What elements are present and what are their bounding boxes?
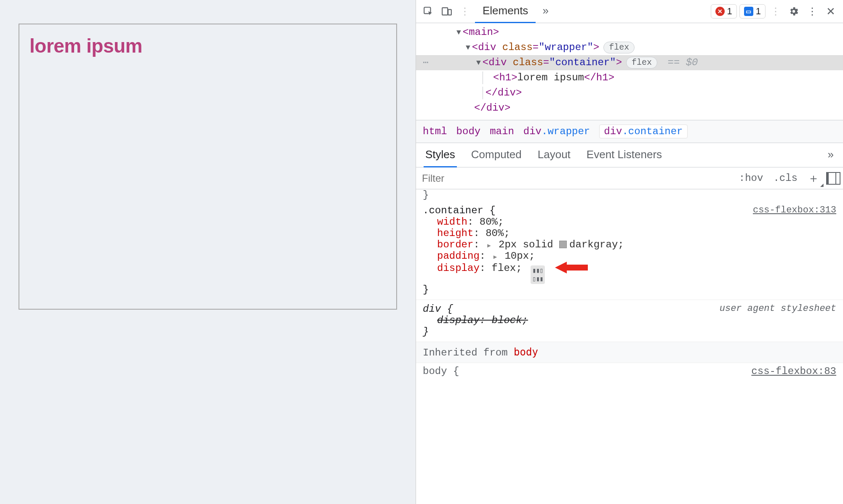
styles-subtabs: Styles Computed Layout Event Listeners » <box>416 143 843 167</box>
flexbox-editor-icon[interactable]: ▮▮▯▯▮▮ <box>531 265 545 284</box>
subtab-layout[interactable]: Layout <box>536 143 572 167</box>
dom-node-container-close[interactable]: </div> <box>416 85 843 101</box>
info-badge[interactable]: ▭ 1 <box>739 4 766 19</box>
toolbar-separator: ⋮ <box>457 5 472 17</box>
dom-node-wrapper-close[interactable]: </div> <box>416 101 843 116</box>
annotation-arrow <box>555 262 588 273</box>
dom-node-wrapper[interactable]: ▼<div class="wrapper">flex <box>416 40 843 55</box>
svg-rect-2 <box>448 10 451 15</box>
expand-shorthand-icon[interactable]: ▶ <box>486 242 492 249</box>
filter-input[interactable] <box>422 172 732 184</box>
color-swatch[interactable] <box>559 241 567 248</box>
svg-rect-1 <box>442 8 448 15</box>
subtab-computed[interactable]: Computed <box>470 143 523 167</box>
disclosure-triangle-icon[interactable]: ▼ <box>466 42 472 53</box>
crumb-html[interactable]: html <box>423 126 447 137</box>
rule-div-ua[interactable]: user agent stylesheet div { display: blo… <box>416 300 843 342</box>
devtools-toolbar: ⋮ Elements » ✕ 1 ▭ 1 ⋮ ⋮ ✕ <box>416 0 843 23</box>
flex-badge[interactable]: flex <box>603 42 635 53</box>
prop-height[interactable]: height: 80%; <box>423 228 836 239</box>
tabs-overflow[interactable]: » <box>538 0 552 23</box>
disclosure-triangle-icon[interactable]: ▼ <box>476 57 483 69</box>
crumb-body[interactable]: body <box>456 126 481 137</box>
gear-icon[interactable] <box>786 3 802 19</box>
styles-pane[interactable]: } css-flexbox:313 .container { width: 80… <box>416 189 843 504</box>
prop-border[interactable]: border: ▶ 2px solid darkgray; <box>423 239 836 250</box>
info-icon: ▭ <box>744 7 753 16</box>
rule-container[interactable]: css-flexbox:313 .container { width: 80%;… <box>416 202 843 300</box>
error-icon: ✕ <box>715 7 725 16</box>
source-link[interactable]: css-flexbox:313 <box>753 205 836 215</box>
hov-toggle[interactable]: :hov <box>736 171 767 186</box>
dom-node-container[interactable]: ⋯▼<div class="container">flex == $0 <box>416 55 843 70</box>
prop-display-overridden[interactable]: display: block; <box>423 315 836 326</box>
styles-filter-bar: :hov .cls ＋◢ <box>416 167 843 189</box>
subtab-event-listeners[interactable]: Event Listeners <box>585 143 664 167</box>
crumb-wrapper[interactable]: div.wrapper <box>523 126 590 137</box>
flex-badge[interactable]: flex <box>626 57 657 69</box>
device-toggle-icon[interactable] <box>439 3 455 19</box>
crumb-container[interactable]: div.container <box>599 125 687 138</box>
cls-toggle[interactable]: .cls <box>770 171 801 186</box>
prop-display[interactable]: display: flex; ▮▮▯▯▮▮ <box>423 262 836 284</box>
inherited-from-bar: Inherited from body <box>416 342 843 363</box>
info-count: 1 <box>756 6 761 17</box>
dom-tree[interactable]: ▼<main> ▼<div class="wrapper">flex ⋯▼<di… <box>416 23 843 120</box>
close-icon[interactable]: ✕ <box>823 3 839 19</box>
rule-close: } <box>423 284 836 295</box>
prop-width[interactable]: width: 80%; <box>423 216 836 228</box>
subtab-styles[interactable]: Styles <box>424 143 457 167</box>
new-style-rule-button[interactable]: ＋◢ <box>804 170 823 186</box>
tab-elements[interactable]: Elements <box>475 0 536 23</box>
disclosure-triangle-icon[interactable]: ▼ <box>456 27 463 38</box>
error-badge[interactable]: ✕ 1 <box>711 4 737 19</box>
rule-close: } <box>423 326 836 337</box>
ua-stylesheet-label: user agent stylesheet <box>720 303 836 314</box>
rule-body[interactable]: body { css-flexbox:83 <box>416 363 843 377</box>
dom-node-h1[interactable]: <h1>lorem ipsum</h1> <box>416 70 843 85</box>
console-ref: == $0 <box>662 55 698 70</box>
breadcrumb: html body main div.wrapper div.container <box>416 120 843 143</box>
devtools-panel: ⋮ Elements » ✕ 1 ▭ 1 ⋮ ⋮ ✕ ▼<main> ▼<div… <box>416 0 843 504</box>
page-preview: lorem ipsum <box>0 0 416 504</box>
prop-padding[interactable]: padding: ▶ 10px; <box>423 250 836 262</box>
inspect-icon[interactable] <box>420 3 436 19</box>
dom-node-main[interactable]: ▼<main> <box>416 25 843 40</box>
container-box: lorem ipsum <box>19 24 397 310</box>
error-count: 1 <box>727 6 732 17</box>
row-actions-icon[interactable]: ⋯ <box>419 56 432 70</box>
toolbar-separator-2: ⋮ <box>768 5 783 17</box>
toggle-sidebar-icon[interactable] <box>826 172 840 185</box>
crumb-main[interactable]: main <box>490 126 514 137</box>
preview-heading: lorem ipsum <box>29 34 386 57</box>
kebab-icon[interactable]: ⋮ <box>804 3 820 19</box>
expand-shorthand-icon[interactable]: ▶ <box>492 254 499 260</box>
subtabs-overflow[interactable]: » <box>826 143 835 167</box>
